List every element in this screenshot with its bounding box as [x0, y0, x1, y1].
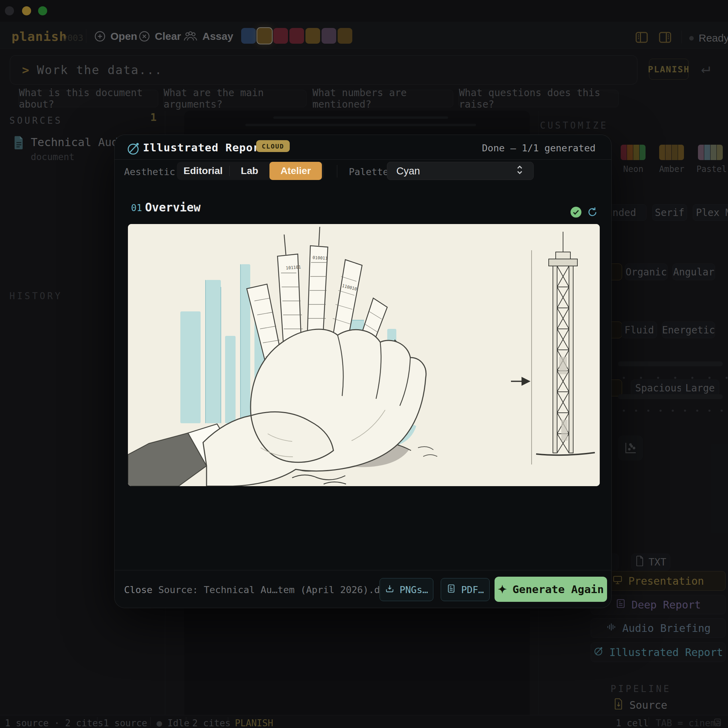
- toolbar-divider: [337, 165, 337, 177]
- palette-label: Palette: [349, 166, 388, 177]
- modal-footer: Close Source: Technical Au…tem (April 20…: [115, 570, 611, 609]
- brush-circle-icon: [126, 142, 140, 157]
- cloud-badge: CLOUD: [256, 140, 290, 152]
- refresh-icon[interactable]: [586, 206, 598, 218]
- close-button[interactable]: Close: [124, 584, 152, 595]
- tab-atelier-selected[interactable]: Atelier: [269, 162, 322, 180]
- aesthetic-label: Aesthetic: [124, 166, 175, 177]
- source-filename: Source: Technical Au…tem (April 2026).do…: [158, 584, 397, 595]
- export-pdf-button[interactable]: PDF…: [441, 578, 489, 601]
- palette-select[interactable]: Cyan: [387, 162, 534, 180]
- download-tray-icon: [385, 584, 395, 595]
- app-window: planish v003 Open Clear Assay Ready > Wo…: [0, 0, 728, 728]
- modal-title: Illustrated Report: [143, 141, 267, 154]
- section-number: 01: [131, 203, 142, 213]
- illustrated-report-modal: Illustrated Report CLOUD Done — 1/1 gene…: [114, 135, 612, 608]
- sparkle-icon: ✦: [498, 583, 507, 596]
- chevron-up-down-icon: [515, 164, 524, 178]
- pdf-doc-icon: [446, 584, 456, 595]
- section-title: Overview: [145, 200, 200, 214]
- export-pngs-button[interactable]: PNGs…: [379, 578, 433, 601]
- modal-header-divider: [115, 159, 611, 160]
- aesthetic-tabs: Editorial Lab Atelier: [177, 162, 324, 180]
- tab-lab[interactable]: Lab: [229, 162, 269, 180]
- generate-again-button[interactable]: ✦ Generate Again: [494, 577, 607, 602]
- svg-text:010011: 010011: [312, 255, 328, 261]
- check-circle-icon: [570, 206, 582, 218]
- tab-editorial[interactable]: Editorial: [177, 162, 229, 180]
- generation-status: Done — 1/1 generated: [482, 142, 595, 153]
- generated-illustration[interactable]: 101101 010011 110010: [128, 224, 600, 486]
